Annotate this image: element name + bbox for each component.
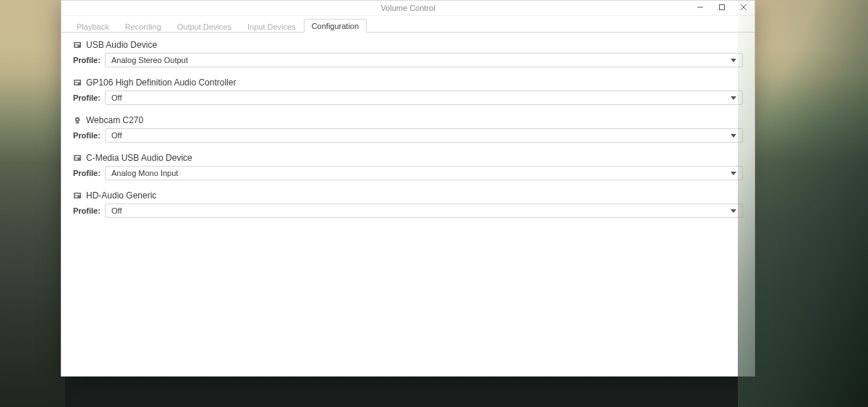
maximize-icon	[718, 3, 726, 13]
profile-label: Profile:	[73, 131, 101, 140]
device-name: HD-Audio Generic	[86, 190, 156, 201]
profile-row: Profile: Off	[73, 91, 743, 105]
svg-rect-8	[75, 81, 80, 83]
profile-select[interactable]: Analog Stereo Output	[105, 53, 743, 67]
device-header: USB Audio Device	[73, 40, 743, 50]
profile-label: Profile:	[73, 93, 101, 102]
device-name: C-Media USB Audio Device	[86, 153, 192, 163]
webcam-icon	[73, 116, 82, 125]
close-icon	[740, 3, 747, 13]
chevron-down-icon	[731, 172, 736, 175]
volume-control-window: Volume Control	[61, 0, 755, 377]
tab-bar: Playback Recording Output Devices Input …	[61, 16, 754, 33]
sound-card-icon	[73, 78, 82, 87]
svg-rect-13	[74, 155, 81, 161]
svg-rect-9	[75, 83, 78, 85]
device-name: USB Audio Device	[86, 40, 157, 50]
tab-output-devices[interactable]: Output Devices	[169, 20, 239, 33]
svg-rect-14	[75, 156, 80, 158]
profile-label: Profile:	[73, 56, 101, 64]
window-title: Volume Control	[61, 4, 754, 12]
svg-rect-16	[74, 193, 81, 198]
profile-select[interactable]: Off	[105, 128, 743, 143]
tab-playback[interactable]: Playback	[69, 20, 117, 33]
profile-select[interactable]: Off	[105, 204, 743, 218]
device-block: Webcam C270 Profile: Off	[73, 115, 743, 143]
profile-value: Off	[111, 93, 122, 102]
svg-rect-5	[75, 43, 80, 45]
profile-row: Profile: Off	[73, 204, 743, 218]
window-controls	[689, 1, 754, 15]
device-block: HD-Audio Generic Profile: Off	[73, 190, 743, 218]
svg-rect-6	[75, 46, 78, 47]
chevron-down-icon	[731, 96, 736, 100]
device-block: USB Audio Device Profile: Analog Stereo …	[73, 40, 743, 67]
device-header: GP106 High Definition Audio Controller	[73, 77, 743, 88]
profile-row: Profile: Analog Mono Input	[73, 166, 743, 180]
device-block: C-Media USB Audio Device Profile: Analog…	[73, 153, 743, 180]
minimize-button[interactable]	[689, 1, 711, 15]
profile-select[interactable]: Off	[105, 91, 743, 105]
chevron-down-icon	[731, 59, 736, 62]
maximize-button[interactable]	[711, 1, 733, 15]
svg-rect-1	[720, 5, 725, 10]
svg-rect-15	[75, 159, 78, 160]
profile-value: Off	[111, 131, 122, 140]
profile-select[interactable]: Analog Mono Input	[105, 166, 743, 180]
tab-recording[interactable]: Recording	[117, 20, 169, 33]
device-header: HD-Audio Generic	[73, 190, 743, 201]
profile-label: Profile:	[73, 169, 101, 177]
svg-rect-12	[76, 122, 80, 124]
chevron-down-icon	[731, 209, 736, 213]
svg-rect-18	[75, 196, 78, 198]
profile-value: Off	[111, 206, 122, 215]
desktop-background: Volume Control	[0, 0, 868, 407]
svg-rect-4	[74, 42, 81, 48]
device-header: Webcam C270	[73, 115, 743, 125]
sound-card-icon	[73, 154, 82, 162]
chevron-down-icon	[731, 134, 736, 138]
minimize-icon	[697, 3, 704, 13]
svg-rect-7	[74, 80, 81, 85]
svg-rect-17	[75, 194, 80, 196]
close-button[interactable]	[733, 1, 754, 15]
sound-card-icon	[73, 41, 82, 49]
titlebar: Volume Control	[61, 1, 754, 16]
profile-value: Analog Stereo Output	[111, 56, 188, 64]
sound-card-icon	[73, 191, 82, 200]
profile-row: Profile: Analog Stereo Output	[73, 53, 743, 67]
device-header: C-Media USB Audio Device	[73, 153, 743, 163]
profile-row: Profile: Off	[73, 128, 743, 143]
svg-point-11	[77, 119, 79, 121]
device-block: GP106 High Definition Audio Controller P…	[73, 77, 743, 105]
configuration-panel: USB Audio Device Profile: Analog Stereo …	[61, 33, 754, 376]
tab-input-devices[interactable]: Input Devices	[239, 20, 304, 33]
device-name: Webcam C270	[86, 115, 143, 125]
profile-value: Analog Mono Input	[111, 169, 178, 177]
tab-configuration[interactable]: Configuration	[304, 19, 367, 33]
device-name: GP106 High Definition Audio Controller	[86, 77, 236, 88]
profile-label: Profile:	[73, 206, 101, 215]
